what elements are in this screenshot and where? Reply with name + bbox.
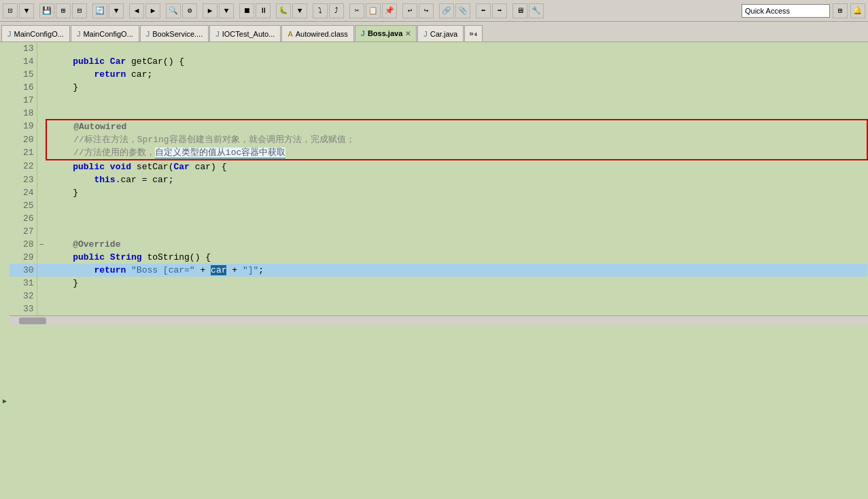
tab-Boss[interactable]: J Boss.java ✕ — [355, 25, 417, 41]
table-row: 27 — [10, 225, 867, 238]
line-number: 22 — [10, 160, 37, 173]
string-literal: "Boss [car=" — [131, 265, 195, 275]
tab-label-2: MainConfigO... — [83, 30, 133, 38]
tab-overflow[interactable]: »₄ — [464, 25, 483, 41]
line-dot — [37, 133, 46, 146]
table-row: 20 //标注在方法，Spring容器创建当前对象，就会调用方法，完成赋值； — [10, 133, 867, 146]
toolbar-btn-4[interactable]: ⊞ — [56, 3, 71, 18]
toolbar-btn-22[interactable]: 📌 — [382, 3, 397, 18]
toolbar-btn-9[interactable]: ▶ — [145, 3, 160, 18]
line-dot — [37, 173, 46, 186]
toolbar-btn-2[interactable]: ▼ — [19, 3, 34, 18]
toolbar-btn-8[interactable]: ◀ — [129, 3, 144, 18]
line-number: 13 — [10, 42, 37, 55]
toolbar-btn-3[interactable]: 💾 — [39, 3, 54, 18]
selected-car: car — [211, 265, 226, 275]
toolbar-btn-26[interactable]: 📎 — [455, 3, 470, 18]
toolbar-btn-21[interactable]: 📋 — [366, 3, 381, 18]
table-row: 29 public String toString() { — [10, 251, 867, 264]
toolbar-btn-23[interactable]: ↩ — [402, 3, 417, 18]
tab-label-6: Boss.java — [368, 29, 402, 37]
toolbar-btn-29[interactable]: 🖥 — [513, 3, 527, 18]
tab-icon-4: J — [215, 30, 220, 38]
toolbar-btn-25[interactable]: 🔗 — [439, 3, 454, 18]
toolbar-btn-17[interactable]: ▼ — [292, 3, 307, 18]
table-row: 13 — [10, 42, 867, 55]
quick-access-icon[interactable]: ⊞ — [833, 3, 848, 18]
line-dot — [37, 277, 46, 290]
keyword: void — [110, 162, 131, 172]
line-dot — [37, 186, 46, 199]
line-code — [46, 225, 867, 238]
tab-icon-1: J — [7, 30, 12, 38]
quick-access-container: Quick Access ⊞ 🔔 — [742, 3, 865, 18]
tab-label-1: MainConfigO... — [14, 30, 64, 38]
toolbar-btn-28[interactable]: ➡ — [492, 3, 507, 18]
table-row: 33 — [10, 303, 867, 315]
h-scroll-thumb[interactable] — [19, 317, 46, 324]
keyword: public — [73, 56, 105, 67]
line-code — [46, 42, 867, 55]
h-scrollbar[interactable] — [10, 315, 868, 325]
table-row: 14 public Car getCar() { — [10, 55, 867, 68]
quick-access-input[interactable]: Quick Access — [742, 4, 830, 18]
tab-Car[interactable]: J Car.java — [417, 25, 464, 41]
tab-IOCTest[interactable]: J IOCTest_Auto... — [209, 25, 281, 41]
quick-access-icon2[interactable]: 🔔 — [850, 3, 865, 18]
line-number: 14 — [10, 55, 37, 68]
line-number: 30 — [10, 264, 37, 277]
annotation-text: @Override — [73, 239, 120, 250]
line-code: } — [46, 186, 867, 199]
line-code — [46, 212, 867, 225]
line-number: 16 — [10, 81, 37, 94]
tab-icon-6: J — [361, 29, 365, 37]
toolbar-btn-24[interactable]: ↪ — [419, 3, 434, 18]
toolbar-btn-15[interactable]: ⏸ — [256, 3, 271, 18]
tab-close-Boss[interactable]: ✕ — [405, 30, 411, 37]
toolbar-btn-5[interactable]: ⊟ — [72, 3, 87, 18]
tab-MainConfigO-2[interactable]: J MainConfigO... — [71, 25, 139, 41]
table-row: 17 — [10, 94, 867, 107]
line-number: 27 — [10, 225, 37, 238]
toolbar-btn-13[interactable]: ▼ — [219, 3, 234, 18]
line-code: @Override — [46, 238, 867, 251]
main-area: ▶ 13 14 public Car getCar() { — [0, 42, 868, 499]
code-editor[interactable]: 13 14 public Car getCar() { 15 — [10, 42, 868, 499]
tab-MainConfigO-1[interactable]: J MainConfigO... — [1, 25, 70, 41]
line-code — [46, 107, 867, 120]
line-number: 19 — [10, 120, 37, 133]
code-area[interactable]: 13 14 public Car getCar() { 15 — [10, 42, 868, 499]
toolbar-btn-14[interactable]: ⏹ — [239, 3, 254, 18]
toolbar-btn-12[interactable]: ▶ — [203, 3, 218, 18]
line-number: 25 — [10, 199, 37, 212]
toolbar-btn-20[interactable]: ✂ — [349, 3, 364, 18]
keyword: public — [73, 252, 105, 262]
toolbar-btn-11[interactable]: ⚙ — [182, 3, 197, 18]
toolbar-btn-30[interactable]: 🔧 — [529, 3, 544, 18]
toolbar-btn-19[interactable]: ⤴ — [329, 3, 344, 18]
tab-BookService[interactable]: J BookService.... — [140, 25, 209, 41]
toolbar-btn-16[interactable]: 🐛 — [276, 3, 291, 18]
line-code: } — [46, 81, 867, 94]
type: Car — [110, 56, 126, 67]
toolbar-btn-1[interactable]: ⊡ — [3, 3, 18, 18]
tab-Autowired[interactable]: A Autowired.class — [281, 25, 353, 41]
table-row: 25 — [10, 199, 867, 212]
toolbar-btn-6[interactable]: 🔄 — [92, 3, 107, 18]
tab-overflow-label: »₄ — [469, 29, 478, 38]
line-number: 20 — [10, 133, 37, 146]
tab-label-7: Car.java — [430, 30, 457, 38]
comment-text: //方法使用的参数，自定义类型的值从ioc容器中获取 — [73, 148, 285, 158]
tab-label-3: BookService.... — [152, 30, 203, 38]
toolbar-btn-18[interactable]: ⤵ — [313, 3, 328, 18]
toolbar-btn-10[interactable]: 🔍 — [166, 3, 181, 18]
line-code — [46, 290, 867, 303]
line-dot — [37, 264, 46, 277]
line-code: //方法使用的参数，自定义类型的值从ioc容器中获取 — [46, 146, 867, 160]
tab-icon-3: J — [146, 30, 150, 38]
keyword: public — [73, 162, 105, 172]
toolbar-btn-27[interactable]: ⬅ — [476, 3, 491, 18]
table-row: 19 @Autowired — [10, 120, 867, 133]
toolbar-btn-7[interactable]: ▼ — [109, 3, 124, 18]
line-code: public String toString() { — [46, 251, 867, 264]
